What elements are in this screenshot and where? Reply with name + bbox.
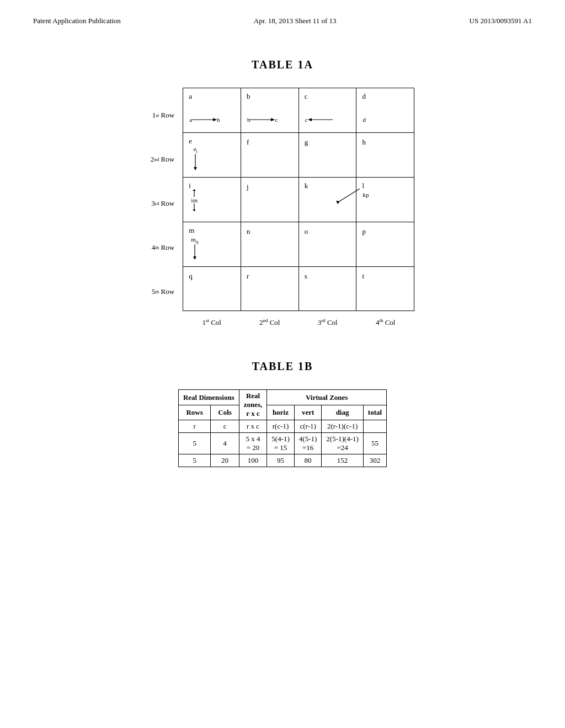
data-horiz-2: 95 [267, 454, 295, 467]
table-row: 5 20 100 95 80 152 302 [178, 454, 386, 467]
data-rows-2: 5 [178, 454, 210, 467]
arrow-im-down [191, 204, 198, 211]
header-middle: Apr. 18, 2013 Sheet 11 of 13 [254, 17, 337, 25]
header-total: total [363, 405, 386, 420]
table-row: Real Dimensions Realzones,r x c Virtual … [178, 390, 386, 405]
row-label-4: 4th Row [151, 226, 174, 270]
arrow-im-up [191, 189, 198, 197]
table-row: e ei f [183, 133, 414, 178]
data-diag-2: 152 [322, 454, 363, 467]
cell-s: s [299, 267, 356, 311]
arrow-ab [192, 116, 217, 123]
arrow-ei-down [192, 154, 199, 170]
header-real: Realzones,r x c [239, 390, 267, 420]
data-rows-1: 5 [178, 433, 210, 454]
arrow-mq-down [191, 244, 198, 260]
table1b-title: TABLE 1B [252, 360, 313, 373]
formula-r: r [178, 420, 210, 433]
cell-l: l kp [356, 178, 414, 222]
col-label-2: 2nd Col [241, 318, 299, 327]
arrow-kp [332, 189, 363, 205]
cell-i: i im [183, 178, 241, 222]
row-label-1: 1st Row [151, 93, 174, 137]
data-zones-1: 5 x 4= 20 [239, 433, 267, 454]
grid-table: a a b [183, 88, 414, 311]
data-total-1: 55 [363, 433, 386, 454]
table-row: Rows Cols horiz vert diag total [178, 405, 386, 420]
grid-diagram: 1st Row 2nd Row 3rd Row 4th Row 5th Row … [151, 88, 414, 327]
formula-rxc: r x c [239, 420, 267, 433]
svg-marker-7 [194, 167, 197, 170]
data-diag-1: 2(5-1)(4-1)=24 [322, 433, 363, 454]
cell-c: c c [299, 88, 356, 133]
cell-m: m mq [183, 222, 241, 267]
header-virtual-zones: Virtual Zones [267, 390, 387, 405]
formula-rc1: r(c-1) [267, 420, 295, 433]
data-zones-2: 100 [239, 454, 267, 467]
cell-p: p [356, 222, 414, 267]
cell-h: h [356, 133, 414, 178]
data-horiz-1: 5(4-1)= 15 [267, 433, 295, 454]
data-cols-1: 4 [211, 433, 239, 454]
row-label-3: 3rd Row [151, 181, 174, 226]
data-cols-2: 20 [211, 454, 239, 467]
arrow-cd-left [308, 116, 333, 123]
svg-marker-1 [213, 118, 217, 121]
formula-c: c [211, 420, 239, 433]
cell-r: r [241, 267, 299, 311]
cell-d: d d [356, 88, 414, 133]
table-row: r c r x c r(c-1) c(r-1) 2(r-1)(c-1) [178, 420, 386, 433]
row-label-2: 2nd Row [151, 137, 174, 181]
cell-e: e ei [183, 133, 241, 178]
header-vert: vert [294, 405, 322, 420]
header-cols: Cols [211, 405, 239, 420]
col-labels: 1st Col 2nd Col 3rd Col 4th Col [183, 318, 414, 327]
col-label-4: 4th Col [356, 318, 414, 327]
svg-marker-11 [193, 210, 196, 211]
table-row: a a b [183, 88, 414, 133]
cell-n: n [241, 222, 299, 267]
table-row: m mq n [183, 222, 414, 267]
data-table: Real Dimensions Realzones,r x c Virtual … [178, 389, 387, 467]
table-row: q r s t [183, 267, 414, 311]
cell-g: g [299, 133, 356, 178]
cell-j: j [241, 178, 299, 222]
cell-o: o [299, 222, 356, 267]
svg-line-12 [338, 189, 360, 202]
grid-wrapper: a a b [183, 88, 414, 327]
header-diag: diag [322, 405, 363, 420]
cell-q: q [183, 267, 241, 311]
data-vert-2: 80 [294, 454, 322, 467]
cell-a: a a b [183, 88, 241, 133]
header-real-dimensions: Real Dimensions [178, 390, 239, 405]
col-label-3: 3rd Col [299, 318, 356, 327]
header-left: Patent Application Publication [33, 17, 121, 25]
svg-marker-9 [193, 189, 196, 191]
table1a-title: TABLE 1A [252, 58, 313, 71]
svg-marker-5 [308, 118, 312, 121]
svg-marker-3 [271, 118, 275, 121]
svg-marker-15 [193, 256, 196, 260]
row-labels: 1st Row 2nd Row 3rd Row 4th Row 5th Row [151, 88, 174, 314]
formula-cr1: c(r-1) [294, 420, 322, 433]
formula-diag: 2(r-1)(c-1) [322, 420, 363, 433]
header-right: US 2013/0093591 A1 [470, 17, 532, 25]
row-label-5: 5th Row [151, 270, 174, 314]
svg-marker-13 [336, 201, 340, 204]
cell-b: b b c [241, 88, 299, 133]
data-total-2: 302 [363, 454, 386, 467]
col-label-1: 1st Col [183, 318, 241, 327]
header-rows: Rows [178, 405, 210, 420]
table1a-section: TABLE 1A 1st Row 2nd Row 3rd Row 4th Row… [33, 58, 532, 327]
cell-t: t [356, 267, 414, 311]
arrow-bc [250, 116, 275, 123]
formula-total [363, 420, 386, 433]
table-row: 5 4 5 x 4= 20 5(4-1)= 15 4(5-1)=16 2(5-1… [178, 433, 386, 454]
cell-f: f [241, 133, 299, 178]
table1b-section: TABLE 1B Real Dimensions Realzones,r x c… [33, 360, 532, 467]
header-horiz: horiz [267, 405, 295, 420]
data-vert-1: 4(5-1)=16 [294, 433, 322, 454]
table-row: i im [183, 178, 414, 222]
page-header: Patent Application Publication Apr. 18, … [33, 17, 532, 25]
